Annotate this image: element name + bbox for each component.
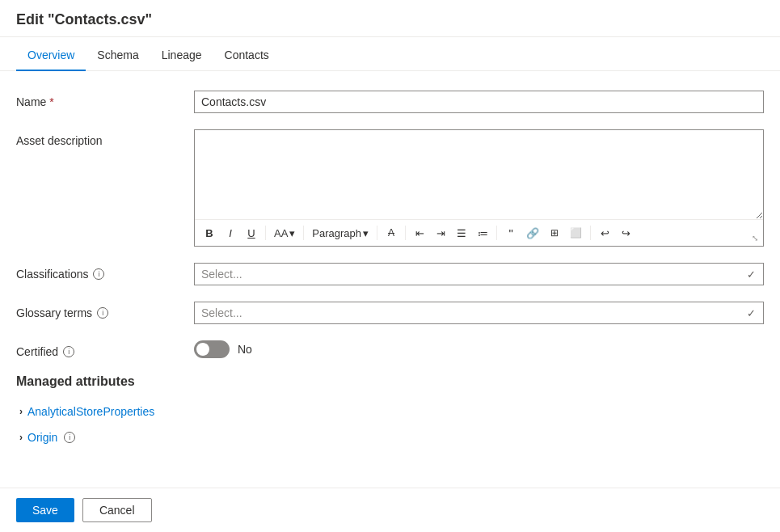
italic-button[interactable]: I bbox=[221, 223, 240, 243]
analytical-store-item[interactable]: › AnalyticalStoreProperties bbox=[19, 400, 764, 423]
description-field: B I U AA ▾ Paragraph ▾ bbox=[194, 129, 764, 247]
separator-1 bbox=[265, 226, 266, 240]
indent-left-button[interactable]: ⇤ bbox=[410, 223, 429, 243]
page-container: Edit "Contacts.csv" Overview Schema Line… bbox=[0, 0, 780, 532]
classifications-info-icon: i bbox=[93, 268, 104, 280]
page-footer: Save Cancel bbox=[0, 488, 780, 532]
bullet-list-button[interactable]: ☰ bbox=[452, 223, 471, 243]
tab-schema[interactable]: Schema bbox=[86, 40, 150, 71]
rich-editor-container: B I U AA ▾ Paragraph ▾ bbox=[194, 129, 764, 247]
glossary-terms-row: Glossary terms i Select... bbox=[16, 302, 764, 324]
classifications-row: Classifications i Select... bbox=[16, 263, 764, 285]
glossary-terms-field: Select... bbox=[194, 302, 764, 324]
name-field bbox=[194, 91, 764, 113]
certified-toggle-row: No bbox=[194, 340, 764, 358]
classifications-label: Classifications i bbox=[16, 263, 194, 281]
managed-attributes-section: Managed attributes › AnalyticalStoreProp… bbox=[16, 374, 764, 449]
origin-label: Origin bbox=[27, 431, 57, 444]
separator-5 bbox=[496, 226, 497, 240]
glossary-terms-select-wrapper: Select... bbox=[194, 302, 764, 324]
form-content: Name * Asset description B I U bbox=[0, 71, 780, 488]
name-label: Name * bbox=[16, 91, 194, 108]
origin-info-icon: i bbox=[64, 432, 75, 443]
undo-button[interactable]: ↩ bbox=[595, 223, 614, 243]
image-button[interactable]: ⬜ bbox=[566, 223, 586, 243]
editor-toolbar: B I U AA ▾ Paragraph ▾ bbox=[195, 219, 763, 246]
quote-button[interactable]: " bbox=[501, 223, 521, 243]
separator-6 bbox=[590, 226, 591, 240]
separator-2 bbox=[303, 226, 304, 240]
name-input[interactable] bbox=[194, 91, 764, 113]
name-required: * bbox=[49, 95, 53, 108]
cancel-button[interactable]: Cancel bbox=[82, 498, 152, 522]
classifications-select-wrapper: Select... bbox=[194, 263, 764, 285]
link-button[interactable]: 🔗 bbox=[522, 223, 543, 243]
managed-attributes-title: Managed attributes bbox=[16, 374, 764, 389]
indent-right-button[interactable]: ⇥ bbox=[431, 223, 450, 243]
certified-toggle-label: No bbox=[238, 343, 252, 356]
classifications-field: Select... bbox=[194, 263, 764, 285]
tabs-nav: Overview Schema Lineage Contacts bbox=[0, 40, 780, 71]
resize-handle: ⤡ bbox=[752, 234, 758, 243]
clear-format-button[interactable]: A bbox=[382, 223, 401, 243]
glossary-terms-label: Glossary terms i bbox=[16, 302, 194, 319]
certified-field: No bbox=[194, 340, 764, 358]
bold-button[interactable]: B bbox=[200, 223, 219, 243]
number-list-button[interactable]: ≔ bbox=[473, 223, 492, 243]
description-textarea[interactable] bbox=[195, 130, 763, 219]
analytical-store-chevron: › bbox=[19, 406, 23, 417]
toggle-slider bbox=[194, 340, 230, 358]
page-header: Edit "Contacts.csv" bbox=[0, 0, 780, 37]
origin-item[interactable]: › Origin i bbox=[19, 426, 764, 449]
font-size-button[interactable]: AA ▾ bbox=[270, 225, 299, 242]
underline-button[interactable]: U bbox=[242, 223, 261, 243]
tab-contacts[interactable]: Contacts bbox=[213, 40, 280, 71]
glossary-terms-info-icon: i bbox=[97, 307, 108, 319]
certified-row: Certified i No bbox=[16, 340, 764, 358]
certified-label: Certified i bbox=[16, 340, 194, 358]
certified-toggle[interactable] bbox=[194, 340, 230, 358]
separator-4 bbox=[405, 226, 406, 240]
redo-button[interactable]: ↪ bbox=[616, 223, 635, 243]
certified-info-icon: i bbox=[63, 346, 74, 357]
analytical-store-label: AnalyticalStoreProperties bbox=[27, 405, 154, 418]
separator-3 bbox=[377, 226, 377, 240]
save-button[interactable]: Save bbox=[16, 498, 74, 522]
name-row: Name * bbox=[16, 91, 764, 113]
classifications-select[interactable]: Select... bbox=[194, 263, 764, 285]
page-title: Edit "Contacts.csv" bbox=[16, 11, 764, 28]
paragraph-button[interactable]: Paragraph ▾ bbox=[308, 225, 373, 242]
table-button[interactable]: ⊞ bbox=[545, 223, 564, 243]
description-label: Asset description bbox=[16, 129, 194, 147]
glossary-terms-select[interactable]: Select... bbox=[194, 302, 764, 324]
origin-chevron: › bbox=[19, 432, 23, 443]
tab-overview[interactable]: Overview bbox=[16, 40, 86, 71]
tab-lineage[interactable]: Lineage bbox=[150, 40, 213, 71]
description-row: Asset description B I U AA ▾ bbox=[16, 129, 764, 247]
